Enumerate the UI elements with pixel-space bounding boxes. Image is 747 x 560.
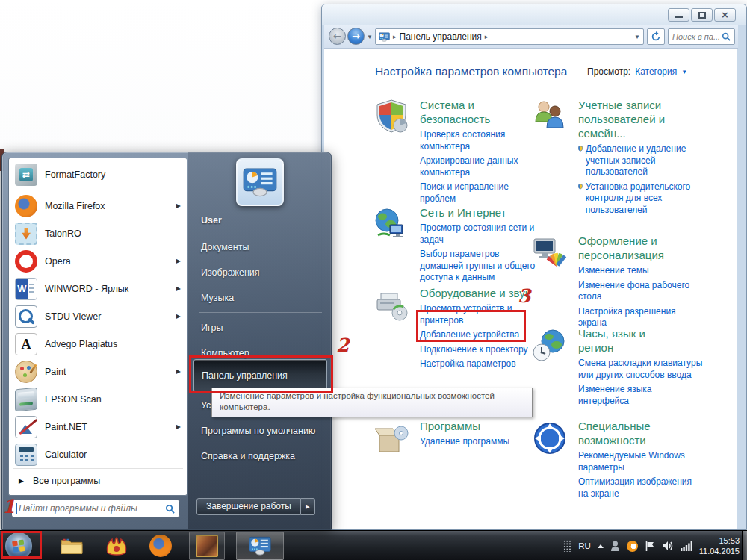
window-titlebar[interactable] (322, 4, 746, 25)
start-menu-item[interactable]: Справка и поддержка (188, 444, 332, 469)
start-search-input[interactable]: Найти программы и файлы (11, 500, 180, 517)
show-desktop-button[interactable] (742, 531, 747, 560)
show-hidden-icons-button[interactable] (598, 544, 604, 548)
start-menu-program[interactable]: EPSON Scan (9, 385, 187, 413)
history-dropdown-icon[interactable] (367, 34, 373, 40)
link-change-theme[interactable]: Изменение темы (578, 265, 704, 277)
address-bar[interactable]: Панель управления (375, 28, 644, 45)
breadcrumb-arrow-icon[interactable] (485, 33, 489, 40)
shutdown-options-arrow[interactable] (301, 498, 315, 515)
link-backup[interactable]: Архивирование данных компьютера (420, 155, 536, 178)
talonro-icon (15, 223, 37, 245)
category-appearance[interactable]: Оформление и персонализация (578, 234, 704, 262)
tray-dots-icon[interactable] (563, 540, 571, 552)
link-suggested-settings[interactable]: Рекомендуемые Windows параметры (578, 450, 704, 473)
control-panel-mini-icon (379, 32, 390, 42)
start-menu-item[interactable]: Изображения (188, 260, 332, 285)
view-by-select[interactable]: Категория (635, 66, 677, 77)
start-menu-program[interactable]: Advego Plagiatus (9, 330, 187, 358)
link-keyboard-layout[interactable]: Смена раскладки клавиатуры или других сп… (578, 358, 704, 381)
shutdown-button[interactable]: Завершение работы (196, 498, 301, 515)
clock-date: 11.04.2015 (699, 546, 740, 556)
refresh-icon (651, 31, 661, 42)
search-icon[interactable] (722, 32, 731, 41)
breadcrumb-arrow-icon[interactable] (393, 33, 397, 40)
uac-shield-icon (578, 181, 583, 192)
link-troubleshoot[interactable]: Поиск и исправление проблем (420, 181, 536, 205)
maximize-button[interactable] (691, 8, 713, 22)
category-network-internet[interactable]: Сеть и Интернет (420, 205, 538, 220)
start-menu-program[interactable]: STDU Viewer (9, 302, 187, 330)
language-indicator[interactable]: RU (578, 541, 591, 550)
category-ease-of-access[interactable]: Специальные возможности (578, 419, 704, 447)
all-programs-button[interactable]: Все программы (8, 470, 187, 491)
annotation-number-1: 1 (2, 496, 15, 517)
taskbar-explorer-button[interactable] (60, 534, 84, 558)
link-security-status[interactable]: Проверка состояния компьютера (420, 129, 536, 152)
address-dropdown-icon[interactable] (634, 34, 640, 40)
tray-user-icon[interactable] (610, 541, 620, 552)
start-menu-program[interactable]: Calculator (9, 441, 187, 468)
category-clock-region[interactable]: Часы, язык и регион (578, 326, 672, 355)
talonro-icon (105, 536, 128, 556)
network-signal-icon[interactable] (681, 541, 692, 551)
minimize-button[interactable] (668, 8, 689, 22)
programs-icon[interactable] (372, 420, 411, 456)
start-menu-right-panel: User ДокументыИзображенияМузыка ИгрыКомп… (188, 152, 332, 529)
user-picture[interactable] (236, 158, 284, 206)
link-add-remove-accounts[interactable]: Добавление и удаление учетных записей по… (586, 143, 704, 178)
start-menu-program[interactable]: Mozilla Firefox (9, 192, 187, 220)
start-menu-item[interactable]: Программы по умолчанию (188, 418, 332, 444)
clock-language-region-icon[interactable] (530, 328, 569, 364)
link-optimize-display[interactable]: Оптимизация изображения на экране (578, 476, 704, 500)
ease-of-access-icon[interactable] (530, 420, 569, 456)
view-dropdown-icon[interactable] (681, 69, 687, 75)
category-system-security[interactable]: Система и безопасность (420, 98, 536, 126)
link-change-background[interactable]: Изменение фона рабочего стола (578, 280, 704, 303)
start-menu-item[interactable]: Игры (188, 315, 332, 340)
close-button[interactable] (714, 8, 736, 22)
breadcrumb[interactable]: Панель управления (400, 31, 482, 42)
start-menu-item[interactable]: Музыка (188, 285, 332, 311)
category-programs[interactable]: Программы (420, 419, 536, 433)
separator (199, 312, 322, 313)
start-menu-program[interactable]: Paint (9, 358, 187, 385)
start-menu-item-user[interactable]: User (188, 209, 332, 231)
start-menu-program[interactable]: TalonRO (9, 220, 187, 247)
start-menu-program[interactable]: WINWORD - Ярлык (9, 275, 187, 302)
link-adjust-settings[interactable]: Настройка параметров (420, 358, 536, 370)
network-internet-icon[interactable] (372, 207, 411, 243)
clock[interactable]: 15:53 11.04.2015 (699, 535, 740, 556)
taskbar-control-panel-button[interactable] (236, 532, 284, 560)
annotation-number-3: 3 (518, 285, 530, 307)
system-security-icon[interactable] (372, 98, 411, 134)
start-menu-program[interactable]: FormatFactory (9, 161, 187, 188)
refresh-button[interactable] (647, 28, 665, 45)
action-center-flag-icon[interactable] (645, 541, 655, 552)
start-menu-program[interactable]: Paint.NET (9, 413, 187, 441)
link-parental-controls[interactable]: Установка родительского контроля для все… (586, 181, 704, 217)
start-menu-program[interactable]: Opera (9, 247, 187, 275)
link-network-status[interactable]: Просмотр состояния сети и задач (420, 223, 538, 246)
firefox-icon (149, 535, 172, 557)
category-user-accounts[interactable]: Учетные записи пользователей и семейн... (578, 98, 704, 140)
link-homegroup[interactable]: Выбор параметров домашней группы и общег… (420, 249, 538, 284)
appearance-icon[interactable] (530, 235, 569, 271)
volume-icon[interactable] (662, 541, 674, 551)
hardware-sound-icon[interactable] (372, 287, 411, 323)
user-accounts-icon[interactable] (530, 98, 569, 134)
link-screen-resolution[interactable]: Настройка разрешения экрана (578, 306, 704, 329)
tray-avira-icon[interactable] (627, 541, 638, 552)
link-display-language[interactable]: Изменение языка интерфейса (578, 384, 704, 407)
page-title: Настройка параметров компьютера (375, 65, 567, 78)
link-connect-projector[interactable]: Подключение к проектору (420, 344, 536, 356)
search-icon[interactable] (165, 504, 175, 514)
start-menu-item[interactable]: Документы (188, 234, 332, 260)
taskbar-game-button[interactable] (189, 532, 225, 560)
taskbar-talonro-button[interactable] (105, 534, 128, 558)
window-search-input[interactable]: Поиск в па... (668, 28, 735, 45)
taskbar-firefox-button[interactable] (149, 534, 173, 558)
forward-button[interactable] (347, 28, 365, 45)
back-button[interactable] (329, 28, 346, 45)
link-uninstall-program[interactable]: Удаление программы (420, 436, 536, 448)
